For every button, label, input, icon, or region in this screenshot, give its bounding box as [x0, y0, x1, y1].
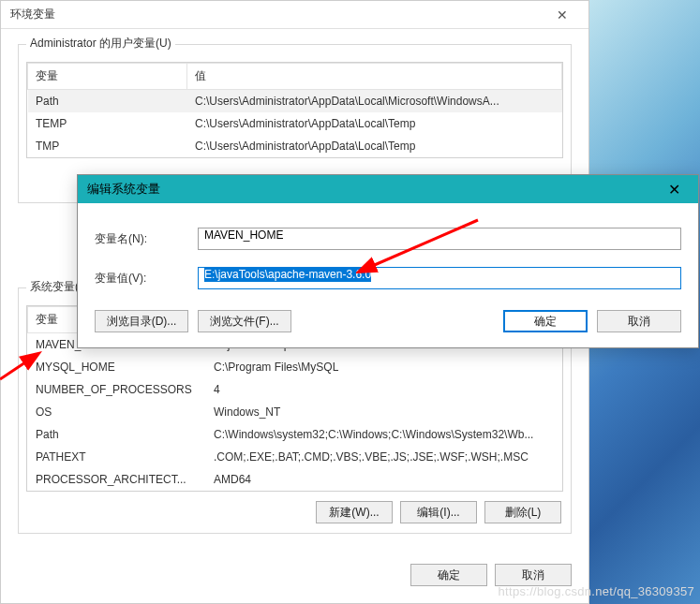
table-row[interactable]: OSWindows_NT	[28, 401, 562, 423]
edit-dialog-titlebar: 编辑系统变量 ✕	[78, 175, 698, 203]
user-vars-legend: Administrator 的用户变量(U)	[26, 36, 175, 52]
browse-file-button[interactable]: 浏览文件(F)...	[198, 310, 291, 332]
delete-button[interactable]: 删除(L)	[484, 501, 561, 523]
edit-button[interactable]: 编辑(I)...	[400, 501, 477, 523]
edit-sys-var-dialog: 编辑系统变量 ✕ 变量名(N): MAVEN_HOME 变量值(V): E:\j…	[77, 174, 699, 348]
close-icon[interactable]: ✕	[655, 175, 693, 203]
browse-dir-button[interactable]: 浏览目录(D)...	[95, 310, 188, 332]
watermark: https://blog.csdn.net/qq_36309357	[499, 584, 694, 598]
new-button[interactable]: 新建(W)...	[316, 501, 393, 523]
var-value-input[interactable]: E:\javaTools\apache-maven-3.6.0	[198, 267, 681, 289]
table-row[interactable]: TMP C:\Users\Administrator\AppData\Local…	[28, 135, 562, 157]
table-row[interactable]: NUMBER_OF_PROCESSORS4	[28, 378, 562, 401]
table-row[interactable]: PathC:\Windows\system32;C:\Windows;C:\Wi…	[28, 423, 562, 446]
ok-button[interactable]: 确定	[410, 564, 487, 586]
var-name-label: 变量名(N):	[95, 231, 198, 247]
close-icon[interactable]: ✕	[544, 1, 581, 29]
col-header-val[interactable]: 值	[187, 64, 562, 90]
table-row[interactable]: PROCESSOR_ARCHITECT...AMD64	[28, 468, 562, 491]
edit-dialog-title: 编辑系统变量	[87, 181, 160, 198]
table-row[interactable]: PATHEXT.COM;.EXE;.BAT;.CMD;.VBS;.VBE;.JS…	[28, 446, 562, 468]
window-title: 环境变量	[10, 7, 55, 22]
cancel-button[interactable]: 取消	[495, 564, 572, 586]
table-row[interactable]: Path C:\Users\Administrator\AppData\Loca…	[28, 90, 562, 113]
var-value-label: 变量值(V):	[95, 271, 198, 287]
col-header-var[interactable]: 变量	[28, 64, 187, 90]
ok-button[interactable]: 确定	[503, 310, 588, 332]
var-name-input[interactable]: MAVEN_HOME	[198, 228, 681, 250]
cancel-button[interactable]: 取消	[597, 310, 681, 332]
titlebar: 环境变量 ✕	[1, 1, 588, 29]
table-row[interactable]: TEMP C:\Users\Administrator\AppData\Loca…	[28, 112, 562, 135]
table-row[interactable]: MYSQL_HOMEC:\Program Files\MySQL	[28, 356, 562, 378]
user-vars-table[interactable]: 变量 值 Path C:\Users\Administrator\AppData…	[27, 63, 562, 157]
